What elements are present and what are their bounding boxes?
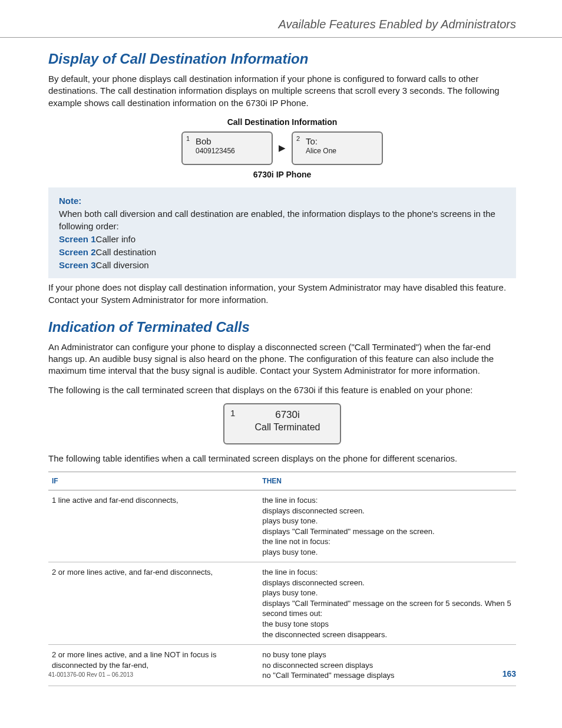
cell-then: the line in focus:displays disconnected … [259,490,516,562]
figure1-caption-top: Call Destination Information [48,117,516,127]
section2-p3: The following table identifies when a ca… [48,453,516,465]
note-screen2-value: Call destination [96,247,157,257]
phone-screen-1: 1 Bob 0409123456 [181,131,273,165]
cell-if: 2 or more lines active, and far-end disc… [48,562,259,645]
cell-then: no busy tone playsno disconnected screen… [259,645,516,686]
cell-if: 2 or more lines active, and a line NOT i… [48,645,259,686]
footer-rev: 41-001376-00 Rev 01 – 06.2013 [48,671,133,678]
section1-heading: Display of Call Destination Information [48,51,516,67]
figure1-caption-bottom: 6730i IP Phone [48,170,516,179]
section2-p1: An Administrator can configure your phon… [48,341,516,377]
section1-p1: By default, your phone displays call des… [48,73,516,109]
table-header-if: IF [48,472,259,490]
section2-heading: Indication of Terminated Calls [48,319,516,335]
cell-if: 1 line active and far-end disconnects, [48,490,259,562]
figure1-screens: 1 Bob 0409123456 ▶ 2 To: Alice One [48,131,516,165]
note-box: Note: When both call diversion and call … [48,187,516,279]
note-screen2-label: Screen 2 [59,247,96,257]
screen1-line1: Bob [196,136,267,147]
term-line1: 6730i [241,409,334,421]
screen1-num: 1 [186,135,190,142]
note-screen3-label: Screen 3 [59,260,96,270]
page-footer: 41-001376-00 Rev 01 – 06.2013 163 [48,669,516,678]
header-divider [0,37,562,38]
screen2-line2: Alice One [306,147,377,155]
table-header-then: THEN [259,472,516,490]
cell-then: the line in focus:displays disconnected … [259,562,516,645]
term-line2: Call Terminated [241,422,334,433]
section1-p2: If your phone does not display call dest… [48,282,516,306]
note-screen1-label: Screen 1 [59,234,96,244]
note-screen1-value: Caller info [96,234,136,244]
term-num: 1 [230,408,235,418]
note-screen3-value: Call diversion [96,260,149,270]
terminated-screen: 1 6730i Call Terminated [223,403,341,444]
phone-screen-2: 2 To: Alice One [292,131,383,165]
table-row: 2 or more lines active, and far-end disc… [48,562,516,645]
arrow-icon: ▶ [279,143,286,153]
note-text: When both call diversion and call destin… [59,207,505,233]
footer-page-number: 163 [503,669,516,678]
screen2-line1: To: [306,136,377,147]
scenario-table: IF THEN 1 line active and far-end discon… [48,472,516,686]
table-row: 1 line active and far-end disconnects, t… [48,490,516,562]
screen1-line2: 0409123456 [196,147,267,155]
table-row: 2 or more lines active, and a line NOT i… [48,645,516,686]
page-header-title: Available Features Enabled by Administra… [48,18,516,31]
figure2-wrap: 1 6730i Call Terminated [48,403,516,444]
section2-p2: The following is the call terminated scr… [48,384,516,396]
note-label: Note: [59,196,81,206]
screen2-num: 2 [296,135,300,142]
